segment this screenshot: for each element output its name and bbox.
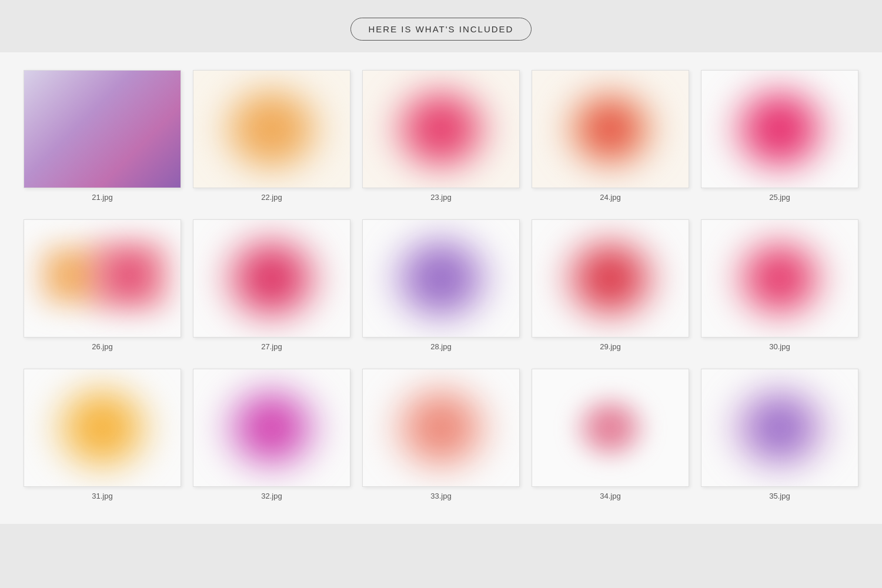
thumbnail-29 (532, 219, 689, 338)
grid-item-30: 30.jpg (701, 219, 858, 351)
filename-31: 31.jpg (92, 492, 112, 500)
grid-item-29: 29.jpg (532, 219, 689, 351)
thumbnail-27 (193, 219, 350, 338)
blob-34 (575, 399, 646, 457)
grid-item-35: 35.jpg (701, 369, 858, 500)
grid-item-34: 34.jpg (532, 369, 689, 500)
blob-23 (390, 88, 492, 170)
filename-24: 24.jpg (600, 193, 620, 202)
filename-33: 33.jpg (430, 492, 451, 500)
thumbnail-35 (701, 369, 858, 487)
section-title-badge: HERE IS WHAT'S INCLUDED (350, 18, 532, 41)
filename-34: 34.jpg (600, 492, 620, 500)
blob-24 (563, 91, 657, 167)
grid-item-24: 24.jpg (532, 70, 689, 202)
thumbnail-33 (362, 369, 520, 487)
grid-item-26: 26.jpg (24, 219, 181, 351)
blob-22 (221, 88, 323, 170)
blob-25 (729, 87, 831, 171)
grid-item-31: 31.jpg (24, 369, 181, 500)
thumbnail-34 (532, 369, 689, 487)
grid-item-27: 27.jpg (193, 219, 350, 351)
grid-item-23: 23.jpg (362, 70, 520, 202)
blob-28 (390, 236, 492, 320)
filename-22: 22.jpg (261, 193, 282, 202)
grid-item-22: 22.jpg (193, 70, 350, 202)
section-title: HERE IS WHAT'S INCLUDED (369, 24, 514, 34)
thumbnail-26 (24, 219, 181, 338)
main-content: 21.jpg 22.jpg 23.jpg 24.jpg (0, 52, 882, 524)
filename-27: 27.jpg (261, 342, 282, 351)
filename-30: 30.jpg (769, 342, 790, 351)
thumbnail-22 (193, 70, 350, 188)
filename-23: 23.jpg (430, 193, 451, 202)
thumbnail-30 (701, 219, 858, 338)
image-grid: 21.jpg 22.jpg 23.jpg 24.jpg (24, 70, 858, 500)
thumbnail-21 (24, 70, 181, 188)
blob-35 (729, 387, 831, 469)
blob-31 (52, 386, 153, 470)
thumbnail-31 (24, 369, 181, 487)
grid-item-33: 33.jpg (362, 369, 520, 500)
thumbnail-32 (193, 369, 350, 487)
thumbnail-23 (362, 70, 520, 188)
grid-item-28: 28.jpg (362, 219, 520, 351)
grid-item-32: 32.jpg (193, 369, 350, 500)
blob-32 (221, 386, 323, 470)
blob-26b (86, 238, 172, 313)
thumbnail-25 (701, 70, 858, 188)
grid-item-25: 25.jpg (701, 70, 858, 202)
thumbnail-24 (532, 70, 689, 188)
blob-30 (733, 239, 827, 318)
blob-27 (221, 236, 323, 320)
filename-25: 25.jpg (769, 193, 790, 202)
blob-29 (562, 239, 659, 318)
blob-33 (390, 386, 492, 470)
filename-28: 28.jpg (430, 342, 451, 351)
page-header: HERE IS WHAT'S INCLUDED (0, 0, 882, 52)
filename-21: 21.jpg (92, 193, 112, 202)
filename-32: 32.jpg (261, 492, 282, 500)
filename-26: 26.jpg (92, 342, 112, 351)
filename-29: 29.jpg (600, 342, 620, 351)
grid-item-21: 21.jpg (24, 70, 181, 202)
filename-35: 35.jpg (769, 492, 790, 500)
thumbnail-28 (362, 219, 520, 338)
